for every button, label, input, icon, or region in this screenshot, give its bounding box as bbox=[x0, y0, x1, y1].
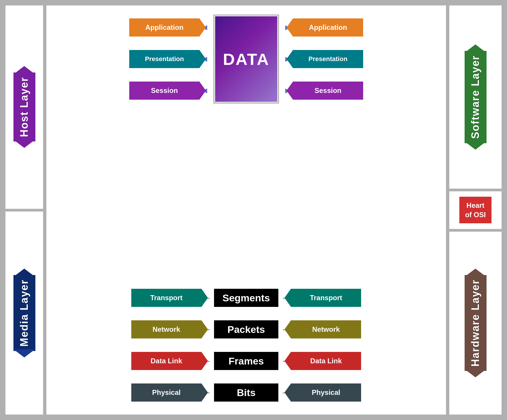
physical-row: Physical ← Bits → Physical bbox=[52, 379, 440, 406]
host-layer-banner: Host Layer bbox=[13, 72, 35, 141]
datalink-label-left: Data Link bbox=[151, 357, 182, 365]
presentation-label-left: Presentation bbox=[145, 55, 184, 63]
presentation-label-right: Presentation bbox=[308, 55, 347, 63]
presentation-banner-right: Presentation bbox=[293, 50, 363, 68]
top-layers-section: Application ◄ DATA ► Application bbox=[52, 14, 440, 104]
application-row-right: ► Application bbox=[284, 18, 440, 37]
datalink-label-right: Data Link bbox=[310, 357, 342, 365]
session-label-right: Session bbox=[315, 87, 342, 95]
datalink-banner-right: Data Link bbox=[291, 352, 361, 370]
network-label-right: Network bbox=[312, 325, 340, 333]
media-layer-banner: Media Layer bbox=[13, 275, 35, 351]
transport-banner-right: Transport bbox=[291, 289, 361, 307]
presentation-row-left: Presentation ◄ bbox=[52, 50, 209, 68]
application-row-left: Application ◄ bbox=[52, 18, 209, 37]
right-panels: Software Layer Heartof OSI Hardware Laye… bbox=[449, 5, 502, 415]
left-panels: Host Layer Media Layer bbox=[5, 5, 43, 415]
media-layer-panel: Media Layer bbox=[5, 211, 43, 415]
software-layer-panel: Software Layer bbox=[449, 5, 502, 189]
packets-box: Packets bbox=[214, 320, 278, 338]
datalink-row: Data Link ← Frames → Data Link bbox=[52, 348, 440, 374]
physical-banner-left: Physical bbox=[131, 383, 201, 402]
network-banner-right: Network bbox=[291, 320, 361, 338]
transport-label-right: Transport bbox=[310, 294, 342, 302]
frames-box: Frames bbox=[214, 352, 278, 370]
host-layer-panel: Host Layer bbox=[5, 5, 43, 209]
segments-label: Segments bbox=[223, 292, 270, 304]
application-banner-left: Application bbox=[129, 18, 199, 37]
application-label-right: Application bbox=[309, 23, 347, 32]
hardware-layer-panel: Hardware Layer bbox=[449, 231, 502, 415]
network-row: Network ← Packets → Network bbox=[52, 316, 440, 343]
session-label-left: Session bbox=[151, 87, 178, 95]
data-center-label: DATA bbox=[223, 50, 269, 69]
data-center-container: DATA bbox=[214, 15, 278, 103]
main-container: Host Layer Media Layer Application ◄ bbox=[0, 0, 507, 420]
frames-label: Frames bbox=[229, 355, 264, 367]
application-label-left: Application bbox=[145, 23, 184, 32]
heart-of-osi-label: Heartof OSI bbox=[465, 201, 486, 218]
packets-label: Packets bbox=[227, 324, 265, 335]
media-layer-label: Media Layer bbox=[18, 279, 30, 347]
session-row-left: Session ◄ bbox=[52, 82, 209, 100]
software-layer-banner: Software Layer bbox=[465, 51, 487, 143]
transport-label-left: Transport bbox=[150, 294, 183, 302]
network-label-left: Network bbox=[153, 325, 180, 333]
host-layer-label: Host Layer bbox=[18, 77, 30, 137]
bits-box: Bits bbox=[214, 383, 278, 402]
data-center-box: DATA bbox=[214, 15, 278, 103]
network-banner-left: Network bbox=[131, 320, 201, 338]
session-row-right: ► Session bbox=[284, 82, 440, 100]
session-banner-right: Session bbox=[293, 82, 363, 100]
segments-box: Segments bbox=[214, 289, 278, 307]
center-panel: Application ◄ DATA ► Application bbox=[46, 5, 446, 415]
transport-row: Transport ← Segments → Transport bbox=[52, 285, 440, 311]
physical-banner-right: Physical bbox=[291, 383, 361, 402]
presentation-banner-left: Presentation bbox=[129, 50, 199, 68]
presentation-row-right: ► Presentation bbox=[284, 50, 440, 68]
hardware-layer-label: Hardware Layer bbox=[469, 279, 482, 367]
heart-of-osi-panel: Heartof OSI bbox=[449, 191, 502, 229]
datalink-banner-left: Data Link bbox=[131, 352, 201, 370]
bits-label: Bits bbox=[237, 387, 256, 398]
physical-label-left: Physical bbox=[152, 388, 180, 397]
transport-banner-left: Transport bbox=[131, 289, 201, 307]
application-banner-right: Application bbox=[293, 18, 363, 37]
hardware-layer-banner: Hardware Layer bbox=[465, 275, 487, 371]
session-banner-left: Session bbox=[129, 82, 199, 100]
heart-of-osi-box: Heartof OSI bbox=[459, 197, 492, 223]
bottom-layers-section: Transport ← Segments → Transport Network… bbox=[52, 285, 440, 406]
software-layer-label: Software Layer bbox=[469, 55, 482, 139]
physical-label-right: Physical bbox=[312, 388, 340, 397]
